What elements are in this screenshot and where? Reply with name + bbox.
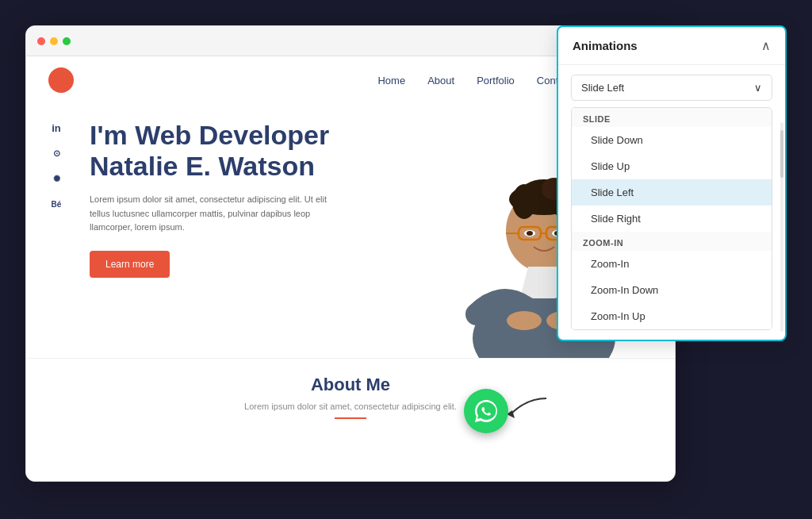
group-label-zoom-in: ZOOM-IN [572,232,772,251]
panel-body: Slide Left ∨ SLIDE Slide Down Slide Up S… [558,65,785,340]
about-title: About Me [26,375,675,395]
group-label-slide: SLIDE [572,108,772,127]
about-subtitle: Lorem ipsum dolor sit amet, consectetur … [26,402,675,411]
social-icons: in ⊙ ✺ Bé [48,120,64,212]
selected-animation-label: Slide Left [581,82,624,94]
panel-title: Animations [573,39,638,52]
nav-link-about[interactable]: About [427,75,454,86]
nav-link-home[interactable]: Home [377,75,405,86]
panel-header: Animations ∧ [558,27,785,65]
hero-paragraph: Lorem ipsum dolor sit amet, consectetur … [90,193,327,235]
behance-icon[interactable]: Bé [48,196,64,212]
whatsapp-icon [473,398,499,424]
nav-link-portfolio[interactable]: Portfolio [477,75,515,86]
option-slide-down[interactable]: Slide Down [572,127,772,153]
dot-green [63,37,71,45]
dot-red [37,37,45,45]
about-section: About Me Lorem ipsum dolor sit amet, con… [26,358,675,427]
nav-item-about[interactable]: About [427,73,454,87]
scrollbar-thumb[interactable] [780,130,783,178]
dribbble-icon[interactable]: ✺ [48,171,64,186]
nav-item-home[interactable]: Home [377,73,405,87]
option-zoom-in-down[interactable]: Zoom-In Down [572,277,772,303]
option-slide-up[interactable]: Slide Up [572,153,772,179]
option-slide-right[interactable]: Slide Right [572,206,772,232]
whatsapp-button[interactable] [464,389,508,433]
option-slide-left[interactable]: Slide Left [572,179,772,206]
collapse-icon[interactable]: ∧ [761,38,771,53]
scrollbar-track[interactable] [780,122,783,332]
option-zoom-in-up[interactable]: Zoom-In Up [572,303,772,329]
nav-links: Home About Portfolio Contact [377,73,572,87]
instagram-icon[interactable]: ⊙ [48,145,64,161]
learn-more-button[interactable]: Learn more [90,251,170,278]
hero-text: I'm Web Developer Natalie E. Watson Lore… [90,120,391,278]
animations-panel: Animations ∧ Slide Left ∨ SLIDE Slide Do… [557,25,787,341]
hero-heading: I'm Web Developer Natalie E. Watson [90,120,391,182]
animation-dropdown[interactable]: Slide Left ∨ [571,75,772,101]
dropdown-chevron-icon: ∨ [754,82,762,94]
site-logo [48,67,74,93]
option-zoom-in[interactable]: Zoom-In [572,251,772,277]
dot-yellow [50,37,58,45]
linkedin-icon[interactable]: in [48,120,64,136]
nav-item-portfolio[interactable]: Portfolio [477,73,515,87]
browser-dots [37,37,71,45]
svg-point-15 [527,231,533,236]
svg-point-17 [507,311,542,330]
svg-point-6 [512,184,536,219]
dropdown-list: SLIDE Slide Down Slide Up Slide Left Sli… [571,107,772,330]
about-underline [335,417,366,419]
